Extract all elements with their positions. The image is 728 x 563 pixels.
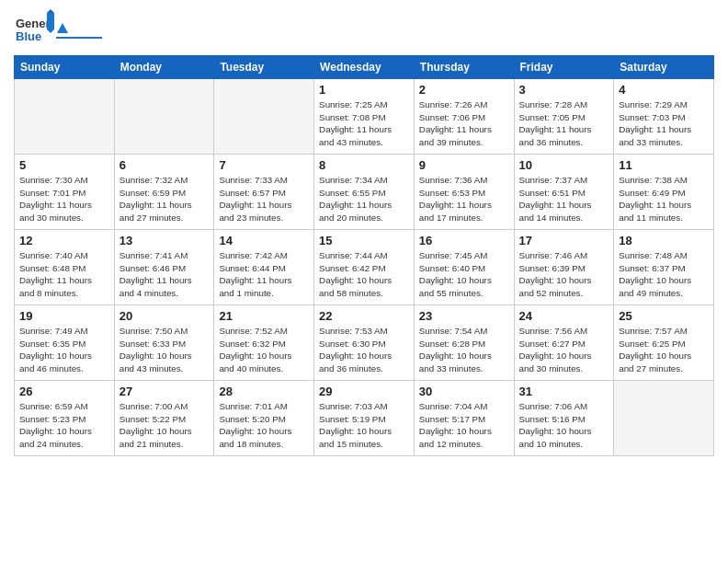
day-info: Sunrise: 7:28 AM Sunset: 7:05 PM Dayligh… xyxy=(519,98,609,149)
day-number: 24 xyxy=(519,309,609,323)
day-number: 6 xyxy=(119,158,210,172)
calendar-cell: 30Sunrise: 7:04 AM Sunset: 5:17 PM Dayli… xyxy=(414,381,514,456)
page-header: General Blue xyxy=(14,9,714,50)
day-number: 7 xyxy=(219,158,309,172)
calendar-cell: 7Sunrise: 7:33 AM Sunset: 6:57 PM Daylig… xyxy=(214,155,314,230)
calendar-week-1: 5Sunrise: 7:30 AM Sunset: 7:01 PM Daylig… xyxy=(15,155,714,230)
calendar-cell: 27Sunrise: 7:00 AM Sunset: 5:22 PM Dayli… xyxy=(114,381,214,456)
logo-triangle xyxy=(57,23,68,33)
day-info: Sunrise: 7:33 AM Sunset: 6:57 PM Dayligh… xyxy=(219,174,309,224)
calendar-cell xyxy=(15,79,115,155)
calendar-cell: 12Sunrise: 7:40 AM Sunset: 6:48 PM Dayli… xyxy=(15,230,115,305)
day-info: Sunrise: 7:38 AM Sunset: 6:49 PM Dayligh… xyxy=(619,174,709,224)
calendar-week-4: 26Sunrise: 6:59 AM Sunset: 5:23 PM Dayli… xyxy=(15,381,714,456)
day-number: 1 xyxy=(319,83,409,97)
calendar-cell: 6Sunrise: 7:32 AM Sunset: 6:59 PM Daylig… xyxy=(114,155,214,230)
calendar-cell: 16Sunrise: 7:45 AM Sunset: 6:40 PM Dayli… xyxy=(414,230,514,305)
day-number: 27 xyxy=(119,385,210,398)
logo: General Blue xyxy=(14,9,102,50)
day-info: Sunrise: 7:32 AM Sunset: 6:59 PM Dayligh… xyxy=(119,174,210,224)
calendar-cell: 8Sunrise: 7:34 AM Sunset: 6:55 PM Daylig… xyxy=(314,155,415,230)
day-number: 17 xyxy=(519,234,609,247)
calendar-week-0: 1Sunrise: 7:25 AM Sunset: 7:08 PM Daylig… xyxy=(15,79,714,155)
calendar-header-row: SundayMondayTuesdayWednesdayThursdayFrid… xyxy=(15,56,714,79)
day-number: 23 xyxy=(419,309,509,323)
day-number: 12 xyxy=(19,234,109,247)
day-info: Sunrise: 7:04 AM Sunset: 5:17 PM Dayligh… xyxy=(419,400,509,451)
calendar-cell: 20Sunrise: 7:50 AM Sunset: 6:33 PM Dayli… xyxy=(114,305,214,381)
calendar-cell: 14Sunrise: 7:42 AM Sunset: 6:44 PM Dayli… xyxy=(214,230,314,305)
logo-icon: General Blue xyxy=(14,9,54,50)
day-info: Sunrise: 7:46 AM Sunset: 6:39 PM Dayligh… xyxy=(519,249,609,300)
calendar-cell xyxy=(614,381,714,456)
calendar-cell: 15Sunrise: 7:44 AM Sunset: 6:42 PM Dayli… xyxy=(314,230,415,305)
day-info: Sunrise: 7:50 AM Sunset: 6:33 PM Dayligh… xyxy=(119,325,210,375)
day-number: 30 xyxy=(419,385,509,398)
day-number: 16 xyxy=(419,234,509,247)
day-number: 20 xyxy=(119,309,210,323)
svg-marker-2 xyxy=(47,13,54,33)
day-info: Sunrise: 7:56 AM Sunset: 6:27 PM Dayligh… xyxy=(519,325,609,375)
day-number: 5 xyxy=(19,158,109,172)
day-number: 28 xyxy=(219,385,309,398)
day-number: 4 xyxy=(619,83,709,97)
calendar-header-wednesday: Wednesday xyxy=(314,56,415,79)
day-number: 21 xyxy=(219,309,309,323)
calendar-cell: 2Sunrise: 7:26 AM Sunset: 7:06 PM Daylig… xyxy=(414,79,514,155)
calendar-week-2: 12Sunrise: 7:40 AM Sunset: 6:48 PM Dayli… xyxy=(15,230,714,305)
calendar-cell: 5Sunrise: 7:30 AM Sunset: 7:01 PM Daylig… xyxy=(15,155,115,230)
day-info: Sunrise: 7:48 AM Sunset: 6:37 PM Dayligh… xyxy=(619,249,709,300)
day-number: 19 xyxy=(19,309,109,323)
calendar-cell: 31Sunrise: 7:06 AM Sunset: 5:16 PM Dayli… xyxy=(514,381,614,456)
calendar-header-tuesday: Tuesday xyxy=(214,56,314,79)
day-number: 14 xyxy=(219,234,309,247)
calendar-week-3: 19Sunrise: 7:49 AM Sunset: 6:35 PM Dayli… xyxy=(15,305,714,381)
calendar-cell: 13Sunrise: 7:41 AM Sunset: 6:46 PM Dayli… xyxy=(114,230,214,305)
day-info: Sunrise: 7:00 AM Sunset: 5:22 PM Dayligh… xyxy=(119,400,210,451)
day-info: Sunrise: 6:59 AM Sunset: 5:23 PM Dayligh… xyxy=(19,400,109,451)
calendar-cell: 4Sunrise: 7:29 AM Sunset: 7:03 PM Daylig… xyxy=(614,79,714,155)
calendar-cell: 3Sunrise: 7:28 AM Sunset: 7:05 PM Daylig… xyxy=(514,79,614,155)
day-number: 25 xyxy=(619,309,709,323)
calendar-cell: 10Sunrise: 7:37 AM Sunset: 6:51 PM Dayli… xyxy=(514,155,614,230)
day-number: 9 xyxy=(419,158,509,172)
day-number: 11 xyxy=(619,158,709,172)
day-info: Sunrise: 7:30 AM Sunset: 7:01 PM Dayligh… xyxy=(19,174,109,224)
day-info: Sunrise: 7:54 AM Sunset: 6:28 PM Dayligh… xyxy=(419,325,509,375)
day-info: Sunrise: 7:29 AM Sunset: 7:03 PM Dayligh… xyxy=(619,98,709,149)
day-info: Sunrise: 7:37 AM Sunset: 6:51 PM Dayligh… xyxy=(519,174,609,224)
calendar-cell: 17Sunrise: 7:46 AM Sunset: 6:39 PM Dayli… xyxy=(514,230,614,305)
day-info: Sunrise: 7:42 AM Sunset: 6:44 PM Dayligh… xyxy=(219,249,309,300)
calendar-cell: 23Sunrise: 7:54 AM Sunset: 6:28 PM Dayli… xyxy=(414,305,514,381)
day-info: Sunrise: 7:01 AM Sunset: 5:20 PM Dayligh… xyxy=(219,400,309,451)
calendar-cell: 9Sunrise: 7:36 AM Sunset: 6:53 PM Daylig… xyxy=(414,155,514,230)
day-info: Sunrise: 7:36 AM Sunset: 6:53 PM Dayligh… xyxy=(419,174,509,224)
calendar-header-friday: Friday xyxy=(514,56,614,79)
day-info: Sunrise: 7:03 AM Sunset: 5:19 PM Dayligh… xyxy=(319,400,409,451)
day-info: Sunrise: 7:57 AM Sunset: 6:25 PM Dayligh… xyxy=(619,325,709,375)
day-number: 26 xyxy=(19,385,109,398)
svg-marker-3 xyxy=(47,9,54,13)
calendar-cell: 21Sunrise: 7:52 AM Sunset: 6:32 PM Dayli… xyxy=(214,305,314,381)
calendar-header-sunday: Sunday xyxy=(15,56,115,79)
calendar-cell: 11Sunrise: 7:38 AM Sunset: 6:49 PM Dayli… xyxy=(614,155,714,230)
calendar-cell xyxy=(114,79,214,155)
day-number: 31 xyxy=(519,385,609,398)
calendar-cell: 18Sunrise: 7:48 AM Sunset: 6:37 PM Dayli… xyxy=(614,230,714,305)
day-number: 8 xyxy=(319,158,409,172)
calendar-cell: 29Sunrise: 7:03 AM Sunset: 5:19 PM Dayli… xyxy=(314,381,415,456)
calendar-header-monday: Monday xyxy=(114,56,214,79)
day-info: Sunrise: 7:40 AM Sunset: 6:48 PM Dayligh… xyxy=(19,249,109,300)
calendar-cell: 22Sunrise: 7:53 AM Sunset: 6:30 PM Dayli… xyxy=(314,305,415,381)
day-info: Sunrise: 7:26 AM Sunset: 7:06 PM Dayligh… xyxy=(419,98,509,149)
day-number: 22 xyxy=(319,309,409,323)
calendar-cell: 26Sunrise: 6:59 AM Sunset: 5:23 PM Dayli… xyxy=(15,381,115,456)
day-number: 10 xyxy=(519,158,609,172)
calendar-header-thursday: Thursday xyxy=(414,56,514,79)
day-info: Sunrise: 7:25 AM Sunset: 7:08 PM Dayligh… xyxy=(319,98,409,149)
day-info: Sunrise: 7:34 AM Sunset: 6:55 PM Dayligh… xyxy=(319,174,409,224)
calendar-cell: 28Sunrise: 7:01 AM Sunset: 5:20 PM Dayli… xyxy=(214,381,314,456)
day-info: Sunrise: 7:52 AM Sunset: 6:32 PM Dayligh… xyxy=(219,325,309,375)
svg-text:Blue: Blue xyxy=(16,29,41,43)
calendar-cell: 25Sunrise: 7:57 AM Sunset: 6:25 PM Dayli… xyxy=(614,305,714,381)
